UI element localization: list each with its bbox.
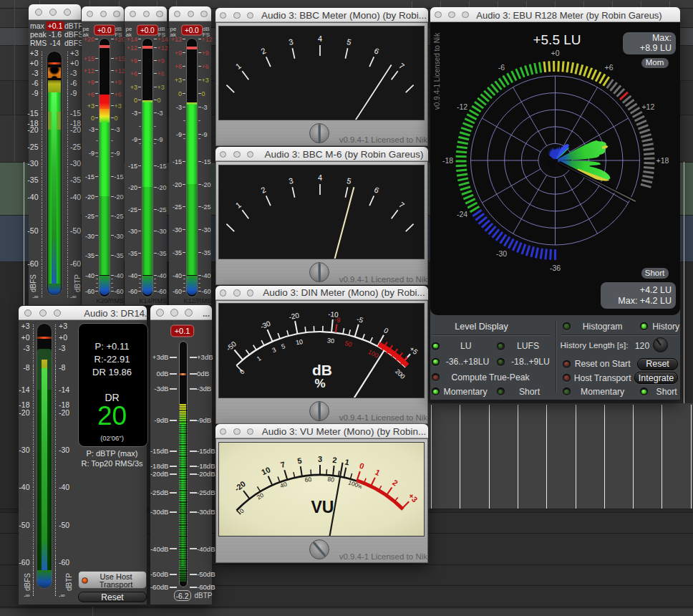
svg-text:5: 5 bbox=[281, 342, 286, 350]
svg-text:2: 2 bbox=[391, 478, 399, 487]
svg-text:10: 10 bbox=[295, 338, 304, 347]
svg-text:4: 4 bbox=[318, 173, 322, 182]
svg-text:10: 10 bbox=[260, 465, 271, 476]
svg-text:50: 50 bbox=[344, 340, 352, 348]
svg-text:7: 7 bbox=[279, 459, 286, 468]
svg-text:2: 2 bbox=[260, 185, 268, 194]
svg-text:100: 100 bbox=[367, 348, 379, 360]
svg-text:+6: +6 bbox=[605, 63, 614, 72]
svg-text:0: 0 bbox=[238, 506, 246, 514]
svg-text:%: % bbox=[314, 377, 325, 390]
svg-text:7: 7 bbox=[397, 200, 406, 209]
svg-text:0: 0 bbox=[382, 326, 390, 335]
svg-text:1: 1 bbox=[374, 467, 382, 476]
svg-text:30: 30 bbox=[327, 337, 335, 345]
svg-text:4: 4 bbox=[318, 34, 322, 43]
svg-text:3: 3 bbox=[288, 175, 294, 185]
svg-text:3: 3 bbox=[318, 455, 322, 463]
svg-text:-20: -20 bbox=[233, 479, 247, 493]
svg-text:6: 6 bbox=[373, 185, 381, 194]
svg-text:-30: -30 bbox=[259, 319, 272, 331]
svg-text:-24: -24 bbox=[457, 210, 467, 218]
svg-text:7: 7 bbox=[397, 61, 406, 70]
svg-text:-9: -9 bbox=[334, 316, 341, 324]
svg-text:3: 3 bbox=[288, 37, 294, 46]
svg-text:60: 60 bbox=[304, 475, 312, 483]
svg-text:3: 3 bbox=[271, 346, 277, 354]
svg-text:-5: -5 bbox=[356, 315, 364, 324]
svg-text:1: 1 bbox=[344, 457, 350, 466]
svg-text:0: 0 bbox=[359, 461, 366, 470]
svg-text:5: 5 bbox=[346, 37, 352, 46]
svg-text:5: 5 bbox=[297, 456, 303, 465]
svg-text:0: 0 bbox=[238, 368, 246, 376]
svg-text:dB: dB bbox=[312, 362, 332, 378]
svg-text:80: 80 bbox=[327, 475, 335, 483]
svg-text:1: 1 bbox=[256, 355, 263, 362]
svg-text:6: 6 bbox=[373, 46, 381, 55]
svg-text:VU: VU bbox=[311, 497, 334, 516]
svg-text:-30: -30 bbox=[496, 249, 507, 257]
svg-text:2: 2 bbox=[332, 455, 337, 464]
svg-text:1: 1 bbox=[234, 200, 243, 209]
svg-text:-50: -50 bbox=[225, 340, 238, 352]
svg-text:-6: -6 bbox=[498, 63, 505, 72]
svg-text:2: 2 bbox=[260, 46, 268, 55]
svg-text:5: 5 bbox=[346, 175, 352, 185]
svg-text:-20: -20 bbox=[289, 312, 301, 322]
svg-text:-18: -18 bbox=[442, 156, 453, 165]
svg-text:+12: +12 bbox=[641, 102, 654, 111]
svg-text:200: 200 bbox=[394, 367, 407, 380]
svg-text:1: 1 bbox=[234, 61, 243, 70]
svg-text:+18: +18 bbox=[656, 156, 669, 165]
svg-text:-36: -36 bbox=[550, 264, 561, 272]
svg-text:40: 40 bbox=[279, 480, 288, 489]
svg-text:-12: -12 bbox=[457, 102, 467, 111]
